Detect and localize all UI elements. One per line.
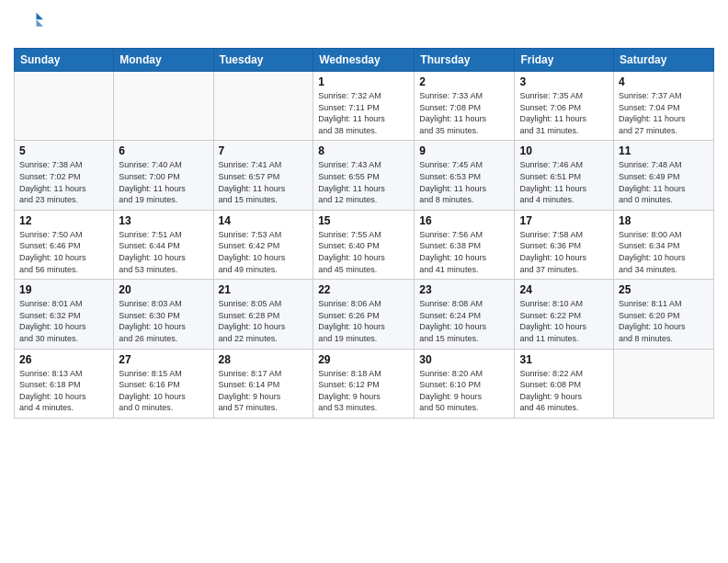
day-info: Sunrise: 8:05 AM Sunset: 6:28 PM Dayligh…: [219, 298, 309, 344]
day-info: Sunrise: 7:40 AM Sunset: 7:00 PM Dayligh…: [119, 159, 208, 205]
day-info: Sunrise: 7:35 AM Sunset: 7:06 PM Dayligh…: [519, 90, 609, 136]
day-number: 11: [619, 144, 709, 157]
day-info: Sunrise: 7:56 AM Sunset: 6:38 PM Dayligh…: [419, 229, 509, 275]
calendar: SundayMondayTuesdayWednesdayThursdayFrid…: [14, 48, 714, 419]
logo: [14, 9, 43, 40]
header: [14, 9, 714, 40]
day-number: 7: [219, 144, 309, 157]
day-info: Sunrise: 7:37 AM Sunset: 7:04 PM Dayligh…: [619, 90, 709, 136]
day-info: Sunrise: 8:11 AM Sunset: 6:20 PM Dayligh…: [619, 298, 709, 344]
day-number: 5: [19, 144, 108, 157]
day-number: 16: [419, 214, 509, 227]
day-number: 2: [419, 75, 509, 88]
weekday-header-friday: Friday: [515, 49, 614, 72]
day-info: Sunrise: 8:22 AM Sunset: 6:08 PM Dayligh…: [519, 368, 609, 414]
day-cell: 4Sunrise: 7:37 AM Sunset: 7:04 PM Daylig…: [614, 72, 714, 141]
day-cell: 8Sunrise: 7:43 AM Sunset: 6:55 PM Daylig…: [313, 141, 415, 210]
day-number: 10: [519, 144, 609, 157]
day-number: 22: [318, 283, 409, 296]
day-cell: 27Sunrise: 8:15 AM Sunset: 6:16 PM Dayli…: [114, 349, 213, 418]
day-cell: 5Sunrise: 7:38 AM Sunset: 7:02 PM Daylig…: [15, 141, 114, 210]
day-info: Sunrise: 7:46 AM Sunset: 6:51 PM Dayligh…: [519, 159, 609, 205]
day-cell: 13Sunrise: 7:51 AM Sunset: 6:44 PM Dayli…: [114, 210, 213, 279]
day-number: 1: [318, 75, 409, 88]
week-row-3: 12Sunrise: 7:50 AM Sunset: 6:46 PM Dayli…: [15, 210, 714, 279]
day-info: Sunrise: 8:03 AM Sunset: 6:30 PM Dayligh…: [119, 298, 208, 344]
day-cell: 25Sunrise: 8:11 AM Sunset: 6:20 PM Dayli…: [614, 280, 714, 349]
day-info: Sunrise: 8:15 AM Sunset: 6:16 PM Dayligh…: [119, 368, 208, 414]
day-cell: 30Sunrise: 8:20 AM Sunset: 6:10 PM Dayli…: [415, 349, 515, 418]
day-cell: 15Sunrise: 7:55 AM Sunset: 6:40 PM Dayli…: [313, 210, 415, 279]
day-number: 8: [318, 144, 409, 157]
day-number: 6: [119, 144, 208, 157]
day-number: 18: [619, 214, 709, 227]
day-number: 26: [19, 353, 108, 366]
logo-icon: [16, 9, 43, 37]
day-info: Sunrise: 8:06 AM Sunset: 6:26 PM Dayligh…: [318, 298, 409, 344]
day-info: Sunrise: 7:38 AM Sunset: 7:02 PM Dayligh…: [19, 159, 108, 205]
day-cell: [15, 72, 114, 141]
day-cell: 23Sunrise: 8:08 AM Sunset: 6:24 PM Dayli…: [415, 280, 515, 349]
day-number: 13: [119, 214, 208, 227]
weekday-header-tuesday: Tuesday: [213, 49, 313, 72]
day-info: Sunrise: 7:53 AM Sunset: 6:42 PM Dayligh…: [219, 229, 309, 275]
day-number: 15: [318, 214, 409, 227]
day-info: Sunrise: 7:32 AM Sunset: 7:11 PM Dayligh…: [318, 90, 409, 136]
day-cell: 21Sunrise: 8:05 AM Sunset: 6:28 PM Dayli…: [213, 280, 313, 349]
day-cell: 31Sunrise: 8:22 AM Sunset: 6:08 PM Dayli…: [515, 349, 614, 418]
day-number: 28: [219, 353, 309, 366]
day-info: Sunrise: 8:10 AM Sunset: 6:22 PM Dayligh…: [519, 298, 609, 344]
day-info: Sunrise: 7:45 AM Sunset: 6:53 PM Dayligh…: [419, 159, 509, 205]
weekday-header-saturday: Saturday: [614, 49, 714, 72]
day-cell: 16Sunrise: 7:56 AM Sunset: 6:38 PM Dayli…: [415, 210, 515, 279]
day-number: 19: [19, 283, 108, 296]
day-number: 25: [619, 283, 709, 296]
day-number: 23: [419, 283, 509, 296]
day-number: 20: [119, 283, 208, 296]
weekday-header-thursday: Thursday: [415, 49, 515, 72]
day-info: Sunrise: 7:41 AM Sunset: 6:57 PM Dayligh…: [219, 159, 309, 205]
day-cell: 11Sunrise: 7:48 AM Sunset: 6:49 PM Dayli…: [614, 141, 714, 210]
day-info: Sunrise: 7:33 AM Sunset: 7:08 PM Dayligh…: [419, 90, 509, 136]
weekday-header-monday: Monday: [114, 49, 213, 72]
day-cell: 10Sunrise: 7:46 AM Sunset: 6:51 PM Dayli…: [515, 141, 614, 210]
day-number: 29: [318, 353, 409, 366]
day-info: Sunrise: 8:20 AM Sunset: 6:10 PM Dayligh…: [419, 368, 509, 414]
day-cell: [614, 349, 714, 418]
day-cell: 24Sunrise: 8:10 AM Sunset: 6:22 PM Dayli…: [515, 280, 614, 349]
week-row-1: 1Sunrise: 7:32 AM Sunset: 7:11 PM Daylig…: [15, 72, 714, 141]
day-cell: 9Sunrise: 7:45 AM Sunset: 6:53 PM Daylig…: [415, 141, 515, 210]
day-info: Sunrise: 8:18 AM Sunset: 6:12 PM Dayligh…: [318, 368, 409, 414]
weekday-header-row: SundayMondayTuesdayWednesdayThursdayFrid…: [15, 49, 714, 72]
day-cell: 14Sunrise: 7:53 AM Sunset: 6:42 PM Dayli…: [213, 210, 313, 279]
day-number: 14: [219, 214, 309, 227]
page: SundayMondayTuesdayWednesdayThursdayFrid…: [0, 0, 728, 432]
day-number: 4: [619, 75, 709, 88]
day-cell: 18Sunrise: 8:00 AM Sunset: 6:34 PM Dayli…: [614, 210, 714, 279]
day-number: 12: [19, 214, 108, 227]
weekday-header-sunday: Sunday: [15, 49, 114, 72]
day-cell: 29Sunrise: 8:18 AM Sunset: 6:12 PM Dayli…: [313, 349, 415, 418]
day-info: Sunrise: 7:50 AM Sunset: 6:46 PM Dayligh…: [19, 229, 108, 275]
day-number: 21: [219, 283, 309, 296]
day-number: 3: [519, 75, 609, 88]
day-cell: 22Sunrise: 8:06 AM Sunset: 6:26 PM Dayli…: [313, 280, 415, 349]
svg-marker-0: [37, 13, 44, 20]
day-number: 9: [419, 144, 509, 157]
day-cell: [114, 72, 213, 141]
day-info: Sunrise: 8:17 AM Sunset: 6:14 PM Dayligh…: [219, 368, 309, 414]
day-number: 27: [119, 353, 208, 366]
day-info: Sunrise: 8:08 AM Sunset: 6:24 PM Dayligh…: [419, 298, 509, 344]
day-number: 24: [519, 283, 609, 296]
weekday-header-wednesday: Wednesday: [313, 49, 415, 72]
day-cell: 6Sunrise: 7:40 AM Sunset: 7:00 PM Daylig…: [114, 141, 213, 210]
day-cell: 12Sunrise: 7:50 AM Sunset: 6:46 PM Dayli…: [15, 210, 114, 279]
day-cell: 2Sunrise: 7:33 AM Sunset: 7:08 PM Daylig…: [415, 72, 515, 141]
day-cell: 28Sunrise: 8:17 AM Sunset: 6:14 PM Dayli…: [213, 349, 313, 418]
day-cell: 3Sunrise: 7:35 AM Sunset: 7:06 PM Daylig…: [515, 72, 614, 141]
day-cell: [213, 72, 313, 141]
day-cell: 19Sunrise: 8:01 AM Sunset: 6:32 PM Dayli…: [15, 280, 114, 349]
svg-marker-1: [37, 19, 44, 27]
day-number: 17: [519, 214, 609, 227]
day-cell: 20Sunrise: 8:03 AM Sunset: 6:30 PM Dayli…: [114, 280, 213, 349]
